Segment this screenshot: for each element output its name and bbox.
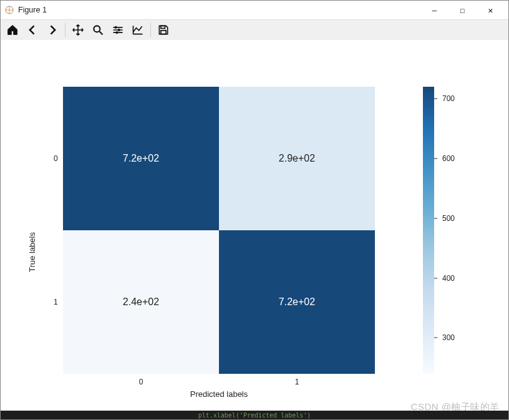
y-axis-label: True labels <box>27 232 37 272</box>
svg-point-2 <box>115 26 117 28</box>
window-title-bar: Figure 1 — ☐ ✕ <box>1 1 508 20</box>
svg-rect-6 <box>161 31 166 34</box>
toolbar-subplots-button[interactable] <box>109 21 127 39</box>
editor-code-line: plt.xlabel('Predicted labels') <box>198 412 311 419</box>
colorbar <box>423 87 434 374</box>
cell-1-0: 2.4e+02 <box>63 230 219 374</box>
cbar-tick-400: 400 <box>436 274 455 283</box>
matplotlib-app-icon <box>4 5 14 15</box>
toolbar-axes-button[interactable] <box>128 21 147 39</box>
cbar-tick-600: 600 <box>436 154 455 163</box>
minimize-button[interactable]: — <box>420 1 448 19</box>
matplotlib-toolbar <box>1 20 508 41</box>
cbar-tick-300: 300 <box>436 333 455 342</box>
close-button[interactable]: ✕ <box>477 1 505 19</box>
maximize-button[interactable]: ☐ <box>448 1 477 19</box>
window-title: Figure 1 <box>18 6 47 14</box>
x-axis-label: Predicted labels <box>190 389 248 399</box>
svg-point-4 <box>116 32 118 34</box>
heatmap-grid: 7.2e+02 2.9e+02 2.4e+02 7.2e+02 0 1 Pred… <box>63 87 375 374</box>
confusion-matrix: True labels 0 1 7.2e+02 2.9e+02 2.4e+02 … <box>38 87 475 418</box>
editor-bottom-strip: plt.xlabel('Predicted labels') <box>1 411 508 419</box>
cell-0-0: 7.2e+02 <box>63 87 219 230</box>
toolbar-forward-button[interactable] <box>43 21 62 39</box>
toolbar-pan-button[interactable] <box>69 21 87 39</box>
cell-1-1: 7.2e+02 <box>219 230 375 374</box>
toolbar-home-button[interactable] <box>3 21 22 39</box>
x-tick-1: 1 <box>295 378 299 386</box>
svg-point-1 <box>94 26 100 32</box>
cell-0-1: 2.9e+02 <box>219 87 375 230</box>
y-tick-0: 0 <box>54 154 58 163</box>
cbar-tick-700: 700 <box>436 94 455 103</box>
x-tick-0: 0 <box>139 378 143 386</box>
cbar-tick-500: 500 <box>436 214 455 223</box>
y-tick-1: 1 <box>54 298 58 306</box>
svg-point-3 <box>118 29 120 31</box>
toolbar-zoom-button[interactable] <box>89 21 107 39</box>
plot-canvas: True labels 0 1 7.2e+02 2.9e+02 2.4e+02 … <box>1 40 508 419</box>
svg-rect-5 <box>161 26 165 28</box>
toolbar-back-button[interactable] <box>23 21 42 39</box>
toolbar-save-button[interactable] <box>154 21 173 39</box>
matplotlib-figure-window: Figure 1 — ☐ ✕ True labels 0 1 7.2e+02 2… <box>0 0 509 420</box>
